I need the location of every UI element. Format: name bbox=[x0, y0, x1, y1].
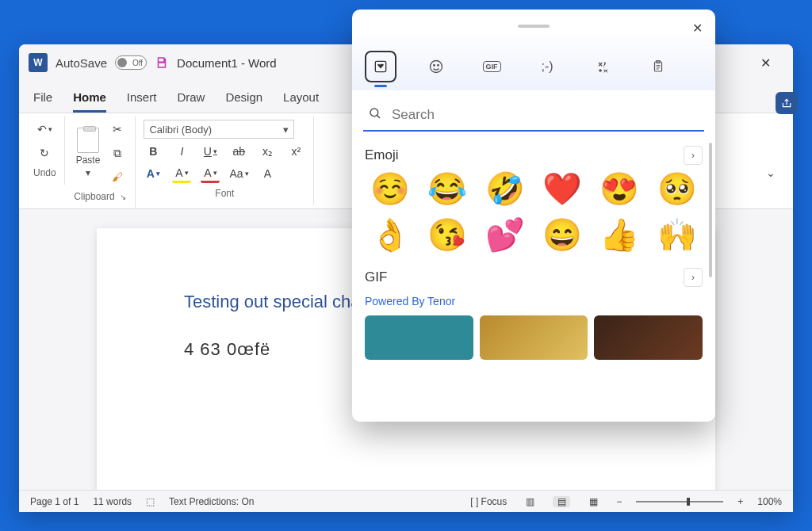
category-tab-kaomoji[interactable]: ;-) bbox=[531, 51, 563, 82]
emoji-item[interactable]: 😍 bbox=[594, 173, 645, 204]
redo-button[interactable]: ↻ bbox=[35, 143, 54, 162]
svg-point-3 bbox=[438, 65, 439, 67]
cut-button[interactable]: ✂ bbox=[108, 120, 127, 139]
scrollbar[interactable] bbox=[709, 143, 712, 277]
status-predictions[interactable]: Text Predictions: On bbox=[169, 496, 254, 507]
emoji-item[interactable]: 😄 bbox=[537, 219, 588, 250]
svg-point-1 bbox=[431, 61, 442, 73]
font-name-value: Calibri (Body) bbox=[149, 124, 212, 136]
print-layout-button[interactable]: ▤ bbox=[553, 496, 570, 507]
panel-header: GIF ;-) bbox=[352, 36, 715, 90]
emoji-item[interactable]: 😂 bbox=[422, 173, 473, 204]
emoji-item[interactable]: 😘 bbox=[422, 219, 473, 250]
panel-close-button[interactable]: ✕ bbox=[692, 21, 703, 36]
status-word-count[interactable]: 11 words bbox=[93, 496, 132, 507]
emoji-item[interactable]: 👍 bbox=[594, 219, 645, 250]
tab-insert[interactable]: Insert bbox=[127, 86, 157, 113]
strikethrough-button[interactable]: ab bbox=[229, 142, 248, 161]
share-button[interactable] bbox=[776, 92, 798, 114]
zoom-slider[interactable] bbox=[636, 501, 723, 502]
section-heading-gif: GIF bbox=[365, 269, 387, 285]
font-name-select[interactable]: Calibri (Body) ▾ bbox=[144, 120, 294, 139]
emoji-grid: ☺️ 😂 🤣 ❤️ 😍 🥺 👌 😘 💕 😄 👍 🙌 bbox=[365, 173, 703, 250]
group-label-undo: Undo bbox=[33, 162, 56, 181]
emoji-search-input[interactable] bbox=[392, 107, 699, 123]
gif-more-button[interactable]: › bbox=[684, 268, 703, 287]
focus-mode-button[interactable]: [ ] Focus bbox=[470, 496, 507, 507]
drag-handle-icon bbox=[518, 25, 550, 28]
dialog-launcher-icon[interactable]: ↘ bbox=[120, 193, 126, 201]
group-label-font: Font bbox=[215, 183, 234, 202]
paste-label: Paste bbox=[76, 155, 101, 166]
text-effects-button[interactable]: A▾ bbox=[144, 164, 163, 183]
clear-formatting-button[interactable]: A bbox=[259, 164, 278, 183]
clipboard-icon bbox=[77, 128, 99, 153]
group-label-clipboard: Clipboard↘ bbox=[74, 186, 125, 205]
svg-point-4 bbox=[603, 67, 604, 67]
subscript-button[interactable]: x₂ bbox=[258, 142, 277, 161]
ribbon-collapse-button[interactable]: ⌄ bbox=[760, 146, 787, 179]
spellcheck-icon[interactable]: ⬚ bbox=[146, 496, 155, 507]
emoji-item[interactable]: 💕 bbox=[480, 219, 530, 250]
zoom-in-button[interactable]: + bbox=[737, 496, 743, 507]
undo-button[interactable]: ↶▾ bbox=[35, 120, 54, 139]
emoji-item[interactable]: ❤️ bbox=[537, 173, 588, 204]
gif-row bbox=[365, 315, 703, 360]
search-icon bbox=[368, 106, 382, 124]
italic-button[interactable]: I bbox=[172, 142, 191, 161]
emoji-item[interactable]: 🥺 bbox=[652, 173, 703, 204]
tab-draw[interactable]: Draw bbox=[177, 86, 205, 113]
read-mode-button[interactable]: ▥ bbox=[521, 496, 538, 507]
gif-badge-label: GIF bbox=[483, 61, 501, 72]
superscript-button[interactable]: x² bbox=[286, 142, 305, 161]
gif-tile[interactable] bbox=[594, 315, 703, 360]
tab-layout[interactable]: Layout bbox=[283, 86, 319, 113]
chevron-down-icon: ▾ bbox=[86, 167, 90, 178]
status-page[interactable]: Page 1 of 1 bbox=[30, 496, 79, 507]
emoji-item[interactable]: ☺️ bbox=[365, 173, 416, 204]
font-color-button[interactable]: A▾ bbox=[201, 164, 220, 183]
group-font: Calibri (Body) ▾ B I U▾ ab x₂ x² A▾ A▾ A… bbox=[136, 117, 314, 205]
panel-drag-area[interactable] bbox=[352, 16, 715, 36]
panel-body: Emoji › ☺️ 😂 🤣 ❤️ 😍 🥺 👌 😘 💕 😄 👍 🙌 GIF › … bbox=[352, 132, 715, 422]
category-tab-recent[interactable] bbox=[365, 51, 396, 82]
emoji-search[interactable] bbox=[363, 101, 704, 132]
tab-home[interactable]: Home bbox=[73, 86, 106, 113]
zoom-value[interactable]: 100% bbox=[757, 496, 782, 507]
tab-design[interactable]: Design bbox=[225, 86, 262, 113]
emoji-item[interactable]: 👌 bbox=[365, 219, 416, 250]
svg-point-2 bbox=[434, 65, 435, 67]
underline-button[interactable]: U▾ bbox=[201, 142, 220, 161]
category-tabs: GIF ;-) bbox=[365, 51, 703, 82]
emoji-item[interactable]: 🙌 bbox=[652, 219, 703, 250]
bold-button[interactable]: B bbox=[144, 142, 163, 161]
group-clipboard: Paste ▾ ✂ ⧉ 🖌 Clipboard↘ bbox=[65, 117, 136, 208]
copy-button[interactable]: ⧉ bbox=[108, 143, 127, 162]
document-title: Document1 - Word bbox=[177, 56, 277, 70]
svg-point-7 bbox=[370, 109, 378, 117]
highlight-button[interactable]: A▾ bbox=[172, 164, 191, 183]
gif-tile[interactable] bbox=[365, 315, 473, 360]
tab-file[interactable]: File bbox=[33, 86, 52, 113]
change-case-button[interactable]: Aa▾ bbox=[229, 164, 248, 183]
section-heading-emoji: Emoji bbox=[365, 147, 399, 163]
category-tab-clipboard[interactable] bbox=[642, 51, 674, 82]
category-tab-gif[interactable]: GIF bbox=[476, 51, 508, 82]
chevron-down-icon: ▾ bbox=[283, 124, 289, 136]
web-layout-button[interactable]: ▦ bbox=[584, 496, 602, 507]
format-painter-button[interactable]: 🖌 bbox=[108, 167, 127, 186]
save-icon[interactable] bbox=[155, 55, 169, 70]
autosave-label: AutoSave bbox=[56, 56, 107, 70]
emoji-picker-panel: ✕ GIF ;-) Emoji › bbox=[352, 10, 715, 422]
emoji-item[interactable]: 🤣 bbox=[480, 173, 530, 204]
group-undo: ↶▾ ↻ Undo bbox=[25, 117, 65, 185]
autosave-toggle[interactable]: Off bbox=[115, 55, 147, 70]
category-tab-emoji[interactable] bbox=[420, 51, 452, 82]
window-close-button[interactable]: ✕ bbox=[747, 44, 783, 81]
paste-button[interactable]: Paste ▾ bbox=[73, 126, 104, 180]
zoom-out-button[interactable]: − bbox=[616, 496, 622, 507]
word-app-icon: W bbox=[29, 53, 48, 72]
emoji-more-button[interactable]: › bbox=[684, 146, 703, 165]
gif-tile[interactable] bbox=[480, 315, 588, 360]
category-tab-symbols[interactable] bbox=[587, 51, 619, 82]
